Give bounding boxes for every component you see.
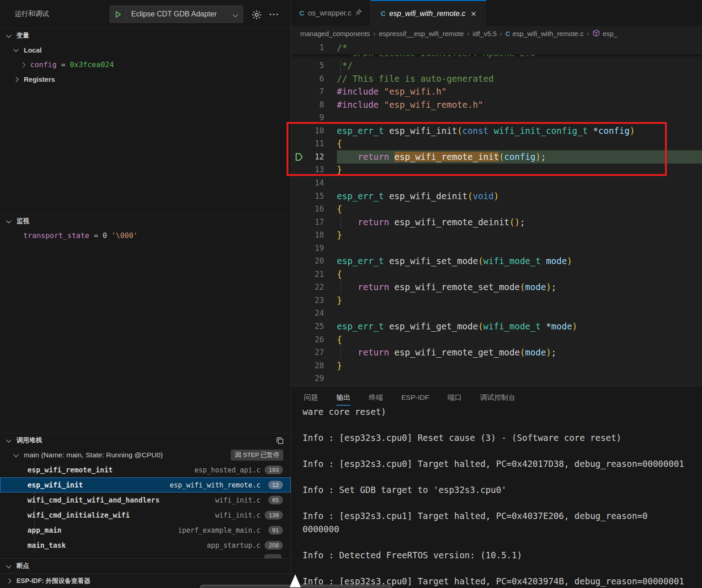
code-line-29[interactable]: 29 — [291, 372, 702, 385]
code-line-20[interactable]: 20esp_err_t esp_wifi_set_mode(wifi_mode_… — [291, 254, 702, 268]
watch-expression-row[interactable]: transport_state = 0 '\000' — [0, 228, 291, 243]
breakpoints-section-header[interactable]: 断点 — [0, 558, 291, 573]
stack-frame-esp_wifi_remote_init[interactable]: esp_wifi_remote_initesp_hosted_api.c193 — [0, 462, 291, 477]
code-token: "esp_wifi_remote.h" — [384, 100, 483, 110]
code-editor[interactable]: 5 */6// This file is auto-generated7#inc… — [291, 41, 702, 386]
code-token: ) — [546, 282, 551, 292]
code-line-1[interactable]: 1/* — [291, 41, 702, 54]
code-line-14[interactable]: 14 — [291, 176, 702, 190]
code-token — [389, 347, 394, 357]
line-source: } — [337, 359, 342, 372]
chevron-down-icon — [6, 218, 11, 223]
output-log[interactable]: ware core reset) Info : [esp32s3.cpu0] R… — [303, 405, 696, 588]
variables-section-header[interactable]: 变量 — [0, 28, 291, 42]
chevron-down-icon — [234, 10, 237, 18]
breadcrumb-item-0[interactable]: managed_components — [300, 30, 370, 37]
breadcrumb-item-4[interactable]: esp_ — [592, 29, 617, 38]
registers-row[interactable]: Registers — [0, 72, 291, 86]
code-line-11[interactable]: 11{ — [291, 137, 702, 150]
stack-frame-wifi_cmd_initialize_wifi[interactable]: wifi_cmd_initialize_wifiwifi_init.c139 — [0, 508, 291, 523]
code-line-13[interactable]: 13} — [291, 163, 702, 176]
code-token: // This file is auto-generated — [337, 74, 494, 84]
code-line-19[interactable]: 19 — [291, 242, 702, 255]
breadcrumb-text: idf_v5.5 — [473, 30, 497, 37]
code-line-6[interactable]: 6// This file is auto-generated — [291, 72, 702, 85]
code-token: esp_wifi_remote_deinit — [394, 217, 510, 227]
pin-icon[interactable] — [355, 9, 362, 18]
code-token: } — [337, 164, 342, 175]
breadcrumb: managed_components›espressif__esp_wifi_r… — [291, 26, 702, 41]
line-number: 28 — [291, 359, 324, 372]
scope-local-row[interactable]: Local — [0, 43, 291, 57]
line-source: return esp_wifi_remote_set_mode(mode); — [337, 281, 557, 294]
stack-frame-app_main[interactable]: app_mainiperf_example_main.c91 — [0, 523, 291, 538]
close-icon[interactable]: × — [471, 9, 476, 18]
code-line-10[interactable]: 10esp_err_t esp_wifi_init(const wifi_ini… — [291, 124, 702, 138]
code-line-22[interactable]: 22 return esp_wifi_remote_set_mode(mode)… — [291, 281, 702, 294]
code-token: { — [337, 138, 342, 148]
watch-section-header[interactable]: 监视 — [0, 214, 291, 228]
code-token: ( — [478, 321, 483, 331]
line-source: } — [337, 163, 342, 176]
stack-frame-main_task[interactable]: main_taskapp_startup.c208 — [0, 538, 291, 553]
code-line-8[interactable]: 8#include "esp_wifi_remote.h" — [291, 98, 702, 111]
line-number: 27 — [291, 346, 324, 359]
code-token: } — [337, 230, 342, 240]
code-token — [337, 282, 358, 292]
code-line-24[interactable]: 24 — [291, 307, 702, 320]
tab-os-wrapper[interactable]: C os_wrapper.c — [291, 0, 371, 26]
code-line-9[interactable]: 9 — [291, 111, 702, 124]
code-line-16[interactable]: 16{ — [291, 202, 702, 216]
code-token — [384, 126, 389, 136]
code-line-17[interactable]: 17 return esp_wifi_remote_deinit(); — [291, 216, 702, 229]
code-line-7[interactable]: 7#include "esp_wifi.h" — [291, 85, 702, 98]
code-token: { — [337, 269, 342, 279]
thread-row[interactable]: main (Name: main, State: Running @CPU0) … — [0, 448, 291, 462]
copy-callstack-icon[interactable] — [276, 436, 284, 447]
callstack-section-header[interactable]: 调用堆栈 — [0, 433, 291, 447]
editor-group: C os_wrapper.c C esp_wifi_with_remote.c … — [291, 0, 702, 588]
code-line-28[interactable]: 28} — [291, 359, 702, 372]
vscode-window: 运行和调试 Eclipse CDT GDB Adapter ··· 变量 — [0, 0, 702, 588]
breadcrumb-text: managed_components — [300, 30, 370, 37]
variable-name: config — [30, 60, 57, 69]
breadcrumb-item-1[interactable]: espressif__esp_wifi_remote — [379, 30, 464, 37]
code-token: /* — [337, 42, 347, 53]
code-token: * — [541, 321, 551, 331]
gear-icon[interactable] — [250, 8, 263, 21]
code-token: } — [337, 360, 342, 371]
paused-badge: 因 STEP 已暂停 — [231, 450, 283, 461]
start-debug-icon[interactable] — [114, 10, 122, 19]
code-token: const — [463, 126, 489, 136]
code-line-12[interactable]: 12 return esp_wifi_remote_init(config); — [291, 150, 702, 164]
debug-config-dropdown[interactable]: Eclipse CDT GDB Adapter — [110, 5, 243, 23]
code-token: config — [504, 152, 536, 162]
callstack-header-label: 调用堆栈 — [16, 436, 42, 445]
stack-frame-esp_wifi_init[interactable]: esp_wifi_initesp_wifi_with_remote.c12 — [0, 477, 291, 493]
breadcrumb-item-2[interactable]: idf_v5.5 — [473, 30, 497, 37]
code-token: esp_wifi_init — [389, 126, 457, 136]
stack-frame-wifi_cmd_init_wifi_and_handlers[interactable]: wifi_cmd_init_wifi_and_handlerswifi_init… — [0, 493, 291, 508]
more-actions-icon[interactable]: ··· — [268, 8, 281, 21]
code-line-18[interactable]: 18} — [291, 228, 702, 242]
code-line-25[interactable]: 25esp_err_t esp_wifi_get_mode(wifi_mode_… — [291, 320, 702, 333]
code-line-27[interactable]: 27 return esp_wifi_remote_get_mode(mode)… — [291, 346, 702, 359]
clipped-code-line: * SPDX-License-Identifier: Apache-2.0 — [291, 54, 702, 59]
code-line-21[interactable]: 21{ — [291, 268, 702, 281]
frame-function: esp_wifi_remote_init — [27, 466, 113, 474]
breadcrumb-item-3[interactable]: Cesp_wifi_with_remote.c — [505, 30, 584, 37]
variable-config-row[interactable]: config = 0x3fcea024 — [0, 58, 291, 72]
tab-esp-wifi-with-remote[interactable]: C esp_wifi_with_remote.c × — [371, 0, 486, 26]
code-token: ) — [494, 191, 499, 201]
code-token: esp_err_t — [337, 191, 384, 201]
line-source: { — [337, 137, 342, 150]
code-line-5[interactable]: 5 */ — [291, 59, 702, 72]
code-token — [489, 126, 494, 136]
frame-file: esp_hosted_api.c — [195, 466, 261, 474]
line-number: 7 — [291, 85, 324, 98]
frame-line-badge: 193 — [265, 466, 283, 474]
code-line-26[interactable]: 26{ — [291, 333, 702, 346]
code-line-15[interactable]: 15esp_err_t esp_wifi_deinit(void) — [291, 190, 702, 203]
code-line-23[interactable]: 23} — [291, 294, 702, 307]
symbol-cube-icon — [592, 29, 600, 38]
